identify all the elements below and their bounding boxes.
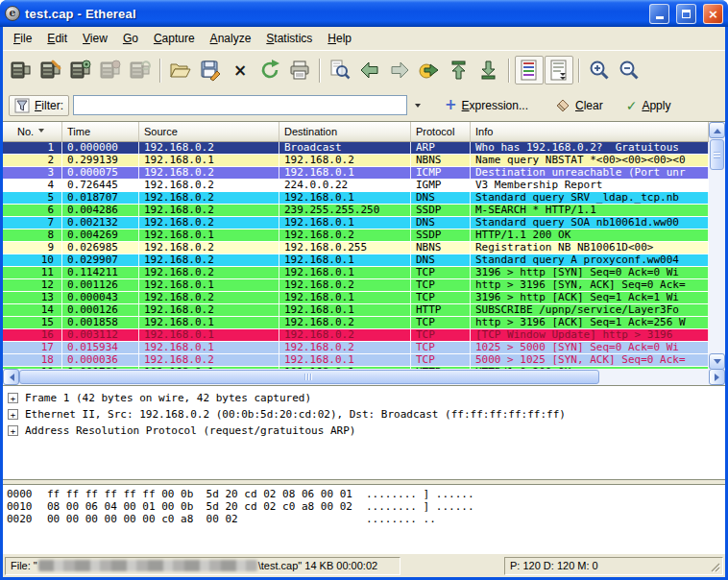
column-header-protocol[interactable]: Protocol: [411, 122, 471, 142]
filter-input[interactable]: [73, 95, 407, 115]
packet-row[interactable]: 110.114211192.168.0.2192.168.0.1TCP3196 …: [3, 267, 709, 279]
cell-no: 1: [3, 142, 62, 155]
column-label: Destination: [284, 126, 337, 137]
menu-analyze[interactable]: Analyze: [203, 29, 259, 48]
packet-row[interactable]: 150.001858192.168.0.1192.168.0.2TCPhttp …: [3, 317, 709, 329]
menu-statistics[interactable]: Statistics: [258, 29, 320, 48]
scroll-up-button[interactable]: [709, 122, 725, 138]
column-label: Protocol: [416, 126, 454, 137]
menu-file[interactable]: File: [6, 29, 39, 48]
packet-row[interactable]: 160.003112192.168.0.1192.168.0.2TCP[TCP …: [3, 329, 709, 342]
title-bar[interactable]: e test.cap - Ethereal ×: [0, 0, 728, 27]
filter-button[interactable]: Filter:: [9, 95, 69, 116]
detail-line[interactable]: +Frame 1 (42 bytes on wire, 42 bytes cap…: [3, 390, 725, 406]
packet-row[interactable]: 20.299139192.168.0.1192.168.0.2NBNSName …: [3, 155, 709, 167]
cell-info: Standard query A proxyconf.ww004: [471, 254, 709, 267]
find-packet-button[interactable]: [326, 56, 354, 85]
cell-info: 3196 > http [ACK] Seq=1 Ack=1 Wi: [471, 292, 709, 304]
open-file-button[interactable]: [166, 56, 195, 85]
column-header-no[interactable]: No.: [3, 122, 62, 142]
zoom-out-button[interactable]: [615, 56, 643, 85]
cell-info: V3 Membership Report: [471, 180, 709, 192]
cell-time: 0.004286: [62, 205, 139, 217]
close-button[interactable]: ×: [703, 4, 723, 24]
status-file-suffix: \test.cap" 14 KB 00:00:02: [258, 560, 377, 571]
cell-info: HTTP/1.1 200 OK: [471, 230, 709, 242]
hex-pane[interactable]: 0000ff ff ff ff ff ff 00 0b 5d 20 cd 02 …: [3, 484, 725, 554]
go-forward-button[interactable]: [385, 56, 414, 85]
packet-row[interactable]: 80.004269192.168.0.1192.168.0.2SSDPHTTP/…: [3, 230, 709, 242]
detail-line[interactable]: +Address Resolution Protocol (request/gr…: [3, 423, 725, 439]
menu-help[interactable]: Help: [320, 29, 359, 48]
menu-capture[interactable]: Capture: [146, 29, 203, 48]
packet-row[interactable]: 10.000000192.168.0.2BroadcastARPWho has …: [3, 142, 709, 155]
scroll-left-button[interactable]: [3, 369, 19, 385]
column-header-destination[interactable]: Destination: [279, 122, 411, 142]
packet-row[interactable]: 90.026985192.168.0.2192.168.0.255NBNSReg…: [3, 242, 709, 254]
list-interfaces-button[interactable]: [7, 56, 36, 85]
packet-row[interactable]: 180.000036192.168.0.2192.168.0.1TCP5000 …: [3, 354, 709, 367]
capture-options-button[interactable]: [36, 56, 65, 85]
expand-plus-icon[interactable]: +: [8, 393, 18, 403]
reload-button[interactable]: [255, 56, 284, 85]
packet-row[interactable]: 40.726445192.168.0.2224.0.0.22IGMPV3 Mem…: [3, 180, 709, 192]
go-to-bottom-button[interactable]: [474, 56, 503, 85]
packet-row[interactable]: 130.000043192.168.0.2192.168.0.1TCP3196 …: [3, 292, 709, 304]
column-header-info[interactable]: Info: [471, 122, 709, 142]
horizontal-scrollbar[interactable]: [3, 369, 725, 385]
filter-dropdown-button[interactable]: [411, 97, 425, 114]
minimize-button[interactable]: [649, 4, 669, 24]
scroll-down-button[interactable]: [709, 353, 725, 370]
print-button[interactable]: [285, 56, 314, 85]
horizontal-scroll-thumb[interactable]: [19, 370, 599, 384]
close-file-button[interactable]: ×: [226, 56, 255, 85]
packet-row[interactable]: 70.002132192.168.0.2192.168.0.1DNSStanda…: [3, 217, 709, 230]
vertical-scroll-track[interactable]: [709, 170, 725, 353]
packet-row[interactable]: 30.000075192.168.0.2192.168.0.1ICMPDesti…: [3, 167, 709, 180]
packet-row[interactable]: 50.018707192.168.0.2192.168.0.1DNSStanda…: [3, 192, 709, 205]
expand-plus-icon[interactable]: +: [8, 409, 18, 420]
packet-row[interactable]: 170.015934192.168.0.1192.168.0.2TCP1025 …: [3, 342, 709, 354]
go-to-top-button[interactable]: [445, 56, 473, 85]
go-to-packet-button[interactable]: [415, 56, 444, 85]
hex-line: 0000ff ff ff ff ff ff 00 0b 5d 20 cd 02 …: [7, 488, 723, 500]
arrow-left-icon: [6, 374, 14, 381]
column-header-time[interactable]: Time: [62, 122, 139, 142]
colorize-button[interactable]: [515, 56, 544, 85]
menu-view[interactable]: View: [75, 29, 115, 48]
go-back-button[interactable]: [355, 56, 384, 85]
expand-plus-icon[interactable]: +: [8, 425, 18, 436]
zoom-in-button[interactable]: [585, 56, 614, 85]
scroll-right-button[interactable]: [709, 369, 725, 385]
cell-source: 192.168.0.1: [139, 155, 279, 167]
horizontal-scroll-track[interactable]: [599, 369, 709, 385]
menu-go[interactable]: Go: [115, 29, 146, 48]
apply-button[interactable]: ✓ Apply: [621, 97, 676, 114]
hex-bytes: 00 00 00 00 00 00 c0 a8 00 02: [47, 513, 366, 525]
close-file-icon: ×: [233, 62, 247, 79]
cell-protocol: DNS: [411, 217, 471, 230]
clear-button[interactable]: Clear: [550, 96, 608, 115]
column-header-source[interactable]: Source: [139, 122, 279, 142]
expression-button[interactable]: + Expression...: [440, 96, 533, 114]
arrow-right-icon: [715, 374, 723, 381]
packet-row[interactable]: 120.001126192.168.0.1192.168.0.2TCPhttp …: [3, 279, 709, 292]
detail-line[interactable]: +Ethernet II, Src: 192.168.0.2 (00:0b:5d…: [3, 406, 725, 423]
start-capture-button[interactable]: [66, 56, 95, 85]
vertical-scrollbar[interactable]: [709, 122, 725, 370]
packet-row[interactable]: 100.029907192.168.0.2192.168.0.1DNSStand…: [3, 254, 709, 267]
cell-time: 0.029907: [62, 254, 139, 267]
cell-protocol: DNS: [411, 192, 471, 205]
packet-row[interactable]: 140.000126192.168.0.2192.168.0.1HTTPSUBS…: [3, 304, 709, 317]
auto-scroll-button[interactable]: [545, 56, 573, 85]
forward-arrow-icon: [388, 59, 411, 82]
vertical-scroll-thumb[interactable]: [710, 139, 724, 170]
packet-row[interactable]: 60.004286192.168.0.2239.255.255.250SSDPM…: [3, 205, 709, 217]
packet-details[interactable]: +Frame 1 (42 bytes on wire, 42 bytes cap…: [3, 386, 725, 480]
column-label: Info: [475, 126, 493, 137]
packet-counts-text: P: 120 D: 120 M: 0: [510, 560, 598, 571]
menu-edit[interactable]: Edit: [39, 29, 75, 48]
maximize-button[interactable]: [676, 4, 696, 24]
resize-grip[interactable]: [709, 561, 721, 573]
save-file-button[interactable]: [196, 56, 225, 85]
